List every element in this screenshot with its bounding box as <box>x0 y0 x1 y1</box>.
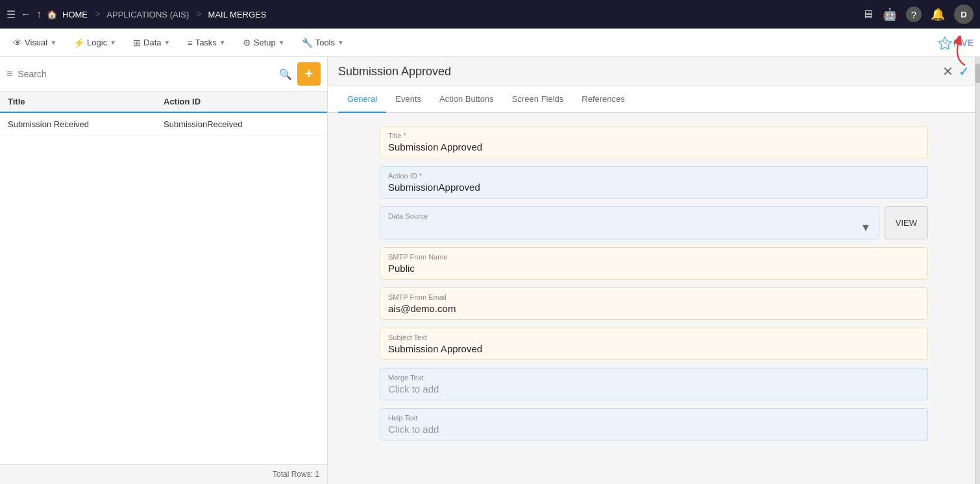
scrollbar-thumb[interactable] <box>975 64 980 83</box>
logic-chevron: ▼ <box>110 39 116 46</box>
table-body: Submission Received SubmissionReceived <box>0 113 327 464</box>
subject-text-value: Submission Approved <box>388 343 920 354</box>
breadcrumb-sep-2: > <box>195 8 201 20</box>
nav-tasks[interactable]: ≡ Tasks ▼ <box>180 34 232 52</box>
menu-icon[interactable]: ☰ <box>6 8 16 21</box>
tasks-chevron: ▼ <box>219 39 226 46</box>
home-icon: 🏠 <box>47 10 57 19</box>
data-source-label: Data Source <box>388 212 871 220</box>
visual-chevron: ▼ <box>50 39 56 46</box>
help-text-field[interactable]: Help Text Click to add <box>380 408 928 441</box>
title-field-label: Title * <box>388 132 920 139</box>
nav-data-label: Data <box>143 38 161 47</box>
breadcrumb-mailmerges[interactable]: MAIL MERGES <box>208 10 267 19</box>
merge-text-label: Merge Text <box>388 374 920 381</box>
search-icon[interactable]: 🔍 <box>279 68 292 80</box>
data-chevron: ▼ <box>164 39 171 46</box>
arrow-indicator <box>946 36 972 71</box>
smtp-from-name-field[interactable]: SMTP From Name Public <box>380 247 928 280</box>
nav-visual[interactable]: 👁 Visual ▼ <box>6 34 63 52</box>
nav-tools-label: Tools <box>315 38 335 47</box>
data-source-field[interactable]: Data Source ▼ <box>380 206 879 239</box>
bell-icon[interactable]: 🔔 <box>931 7 945 21</box>
search-bar: ≡ 🔍 + <box>0 57 327 91</box>
data-source-row: Data Source ▼ VIEW <box>380 206 928 239</box>
right-header: Submission Approved ✕ ✓ <box>328 57 980 86</box>
action-id-value: SubmissionApproved <box>388 182 920 193</box>
title-field[interactable]: Title * Submission Approved <box>380 126 928 158</box>
page-title: Submission Approved <box>338 65 942 79</box>
setup-chevron: ▼ <box>278 39 285 46</box>
row-title: Submission Received <box>8 119 164 129</box>
form-content: Title * Submission Approved Action ID * … <box>328 113 980 484</box>
row-action-id: SubmissionReceived <box>164 119 319 129</box>
breadcrumb-applications[interactable]: APPLICATIONS (AIS) <box>106 10 189 19</box>
breadcrumb-home[interactable]: HOME <box>62 10 88 19</box>
second-nav: 👁 Visual ▼ ⚡ Logic ▼ ⊞ Data ▼ ≡ Tasks ▼ … <box>0 29 980 57</box>
tab-general[interactable]: General <box>338 86 386 113</box>
data-source-dropdown-row: ▼ <box>388 222 871 234</box>
tab-action-buttons[interactable]: Action Buttons <box>430 86 503 113</box>
smtp-from-name-label: SMTP From Name <box>388 253 920 261</box>
visual-icon: 👁 <box>13 38 22 48</box>
tools-chevron: ▼ <box>337 39 344 46</box>
smtp-from-email-label: SMTP From Email <box>388 293 920 301</box>
back-icon[interactable]: ← <box>21 8 31 20</box>
avatar[interactable]: D <box>954 5 974 24</box>
search-input[interactable] <box>18 69 274 79</box>
help-text-label: Help Text <box>388 414 920 422</box>
nav-setup-label: Setup <box>254 38 276 47</box>
tabs: General Events Action Buttons Screen Fie… <box>328 86 980 113</box>
left-panel: ≡ 🔍 + Title Action ID Submiss <box>0 57 328 484</box>
nav-visual-label: Visual <box>25 38 47 47</box>
total-rows: Total Rows: 1 <box>273 470 319 479</box>
scrollbar[interactable] <box>975 57 980 484</box>
right-panel: Submission Approved ✕ ✓ General Events A… <box>328 57 980 484</box>
title-field-value: Submission Approved <box>388 141 920 152</box>
right-panel-wrap: Submission Approved ✕ ✓ General Events A… <box>328 57 980 484</box>
action-id-label: Action ID * <box>388 172 920 180</box>
subject-text-label: Subject Text <box>388 333 920 341</box>
agent-icon[interactable]: 🤖 <box>883 7 897 21</box>
nav-right-actions: 🖥 🤖 ? 🔔 D <box>862 5 974 24</box>
view-button[interactable]: VIEW <box>885 206 928 239</box>
nav-data[interactable]: ⊞ Data ▼ <box>127 34 177 52</box>
smtp-from-email-value: ais@demo.com <box>388 303 920 314</box>
merge-text-field[interactable]: Merge Text Click to add <box>380 368 928 400</box>
nav-setup[interactable]: ⚙ Setup ▼ <box>236 34 291 52</box>
tab-screen-fields[interactable]: Screen Fields <box>503 86 572 113</box>
column-action-id: Action ID <box>164 97 319 106</box>
smtp-from-name-value: Public <box>388 263 920 274</box>
tasks-icon: ≡ <box>187 38 192 48</box>
add-button[interactable]: + <box>297 62 321 86</box>
dropdown-icon: ▼ <box>861 222 871 234</box>
column-title: Title <box>8 97 164 106</box>
table-footer: Total Rows: 1 <box>0 464 327 484</box>
table-header: Title Action ID <box>0 91 327 113</box>
nav-logic[interactable]: ⚡ Logic ▼ <box>67 34 123 52</box>
logic-icon: ⚡ <box>73 38 84 48</box>
monitor-icon[interactable]: 🖥 <box>862 8 874 21</box>
breadcrumb-sep-1: > <box>94 8 100 20</box>
top-nav: ☰ ← ↑ 🏠 HOME > APPLICATIONS (AIS) > MAIL… <box>0 0 980 29</box>
main-layout: ≡ 🔍 + Title Action ID Submiss <box>0 57 980 484</box>
action-id-field[interactable]: Action ID * SubmissionApproved <box>380 166 928 199</box>
tab-references[interactable]: References <box>572 86 633 113</box>
help-text-value: Click to add <box>388 424 920 435</box>
table-row[interactable]: Submission Received SubmissionReceived <box>0 113 327 136</box>
data-icon: ⊞ <box>133 38 141 48</box>
tools-icon: 🔧 <box>302 38 313 48</box>
nav-tools[interactable]: 🔧 Tools ▼ <box>295 34 350 52</box>
subject-text-field[interactable]: Subject Text Submission Approved <box>380 328 928 360</box>
nav-logic-label: Logic <box>87 38 107 47</box>
help-icon[interactable]: ? <box>906 6 922 22</box>
up-icon[interactable]: ↑ <box>36 8 42 20</box>
merge-text-value: Click to add <box>388 383 920 394</box>
filter-icon: ≡ <box>6 68 12 80</box>
smtp-from-email-field[interactable]: SMTP From Email ais@demo.com <box>380 287 928 320</box>
nav-tasks-label: Tasks <box>195 38 217 47</box>
tab-events[interactable]: Events <box>386 86 430 113</box>
setup-icon: ⚙ <box>243 38 251 48</box>
